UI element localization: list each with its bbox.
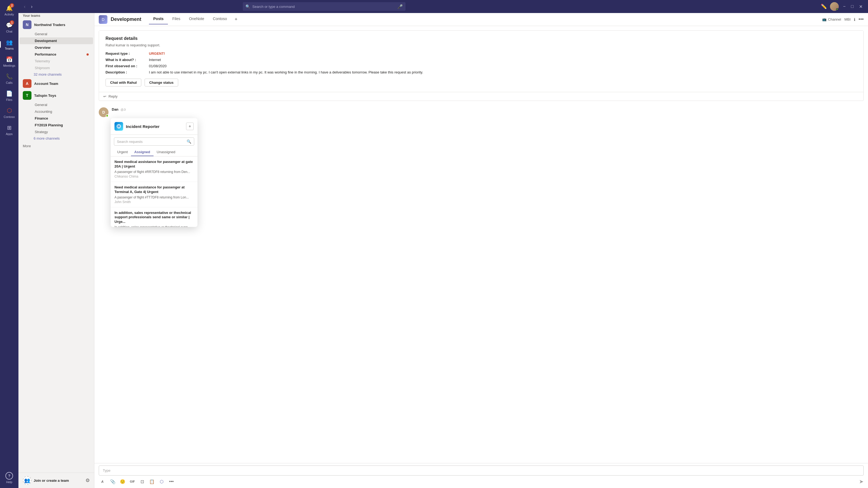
msg-sender: Dan (112, 107, 119, 111)
popup-close-button[interactable]: + (186, 123, 194, 130)
more-channels-northwind[interactable]: 32 more channels (19, 71, 94, 77)
message-row: D Dan @Ji (99, 105, 864, 119)
back-button[interactable]: ‹ (23, 3, 27, 10)
search-bar[interactable]: 🔍 🎤 (243, 2, 405, 11)
user-avatar[interactable] (830, 2, 839, 11)
app-bar-activity[interactable]: 🔔 2 Activity (0, 2, 19, 18)
field-value-type: URGENT! (149, 52, 165, 56)
change-status-button[interactable]: Change status (145, 78, 178, 87)
close-button[interactable]: ✕ (858, 3, 864, 10)
app-bar-calls[interactable]: 📞 Calls (0, 70, 19, 87)
sticker-tool[interactable]: ⊡ (138, 477, 147, 486)
svg-text:IR: IR (118, 125, 120, 128)
northwind-icon: N (23, 20, 31, 29)
reply-label: Reply (108, 94, 118, 98)
compose-input[interactable]: Type (99, 465, 864, 476)
more-label[interactable]: More (23, 144, 31, 148)
extension-tool[interactable]: ⬡ (157, 477, 166, 486)
popup-search-input[interactable] (117, 140, 184, 144)
channel-shiproom[interactable]: Shiproom (20, 65, 93, 71)
list-item[interactable]: Need medical assistance for passenger at… (111, 182, 197, 207)
files-icon: 📄 (5, 90, 13, 97)
tailspin-icon: T (23, 91, 31, 100)
chat-icon: 💬 1 (5, 22, 13, 29)
channel-fy2019[interactable]: FY2019 Planning (20, 122, 93, 129)
add-tab-button[interactable]: + (231, 14, 241, 24)
chat-label: Chat (6, 30, 12, 33)
avatar-online-dot (106, 115, 108, 117)
teams-label: Teams (5, 47, 13, 50)
topbar: ‹ › 🔍 🎤 ✏️ − □ ✕ (19, 0, 868, 13)
message-body: Dan @Ji (112, 107, 864, 112)
settings-icon[interactable]: ⚙ (86, 478, 90, 483)
join-team-button[interactable]: 👥 Join or create a team (23, 476, 69, 485)
app-bar-apps[interactable]: ⊞ Apps (0, 122, 19, 138)
tab-onenote[interactable]: OneNote (185, 14, 209, 24)
list-item[interactable]: Need medical assistance for passenger at… (111, 156, 197, 182)
channel-header-right: 📺 Channel MBI ℹ ••• (822, 17, 864, 22)
posts-area[interactable]: Request details Rahul kumar is requestin… (94, 26, 868, 463)
popup-tab-unassigned[interactable]: Unassigned (154, 148, 179, 156)
incident-popup-card: IR Incident Reporter + 🔍 Urgent Assigned… (111, 118, 197, 227)
app-bar-chat[interactable]: 💬 1 Chat (0, 19, 19, 35)
team-account-team[interactable]: A Account Team ••• (20, 77, 93, 90)
popup-tab-urgent[interactable]: Urgent (114, 148, 131, 156)
mbi-button[interactable]: MBI (844, 18, 850, 22)
restore-button[interactable]: □ (850, 3, 855, 10)
channel-telemetry[interactable]: Telemetry (20, 58, 93, 65)
compose-button[interactable]: ✏️ (821, 3, 827, 9)
more-channels-tailspin[interactable]: 6 more channels (19, 135, 94, 141)
channel-label: Channel (828, 18, 841, 22)
app-bar-help[interactable]: ? Help (5, 470, 13, 486)
contoso-label: Contoso (4, 115, 15, 119)
forward-button[interactable]: › (30, 3, 34, 10)
field-label-date: First observed on : (105, 64, 149, 68)
tab-contoso[interactable]: Contoso (209, 14, 231, 24)
performance-notification (87, 54, 89, 56)
channel-strategy[interactable]: Strategy (20, 129, 93, 135)
app-bar-contoso[interactable]: ⬡ Contoso (0, 105, 19, 121)
field-description: Description : I am not able to use inter… (105, 70, 857, 74)
attach-tool[interactable]: 📎 (108, 477, 117, 486)
teams-icon: 👥 (5, 38, 13, 46)
meeting-notes-tool[interactable]: 📋 (148, 477, 156, 486)
field-value-date: 01/08/2020 (149, 64, 166, 68)
account-team-name: Account Team (34, 82, 85, 86)
channel-finance[interactable]: Finance (20, 115, 93, 122)
app-bar-teams[interactable]: 👥 Teams (0, 36, 19, 52)
app-bar-meetings[interactable]: 📅 Meetings (0, 54, 19, 69)
chat-with-rahul-button[interactable]: Chat with Rahul (105, 78, 141, 87)
more-options-icon[interactable]: ••• (859, 17, 864, 22)
team-northwind[interactable]: N Northwind Traders ••• (20, 19, 93, 31)
search-input[interactable] (252, 5, 395, 9)
channel-general[interactable]: General (20, 31, 93, 37)
format-tool[interactable]: A (99, 477, 107, 486)
app-bar-files[interactable]: 📄 Files (0, 88, 19, 104)
help-label: Help (6, 480, 12, 484)
emoji-tool[interactable]: 🙂 (118, 477, 127, 486)
popup-search[interactable]: 🔍 (114, 137, 194, 145)
gif-tool[interactable]: GIF (128, 477, 137, 486)
channel-name: Development (111, 17, 141, 22)
reply-button[interactable]: ↩ Reply (99, 92, 863, 101)
channel-development[interactable]: Development (20, 37, 93, 44)
minimize-button[interactable]: − (842, 3, 846, 10)
list-item[interactable]: In addition, sales representative or the… (111, 207, 197, 227)
apps-icon: ⊞ (5, 124, 13, 131)
tab-posts[interactable]: Posts (149, 14, 168, 24)
channel-overview[interactable]: Overview (20, 44, 93, 51)
send-button[interactable]: ➤ (859, 478, 864, 485)
info-icon[interactable]: ℹ (854, 18, 855, 22)
card-subtitle: Rahul kumar is requesting support. (105, 43, 857, 47)
more-tools[interactable]: ••• (167, 477, 176, 486)
team-tailspin[interactable]: T Tailspin Toys ••• (20, 90, 93, 101)
app-bar: 🔔 2 Activity 💬 1 Chat 👥 Teams 📅 Meetings… (0, 0, 19, 488)
channel-tailspin-general[interactable]: General (20, 101, 93, 108)
popup-tab-assigned[interactable]: Assigned (131, 148, 154, 156)
tab-files[interactable]: Files (168, 14, 185, 24)
channel-performance[interactable]: Performance (20, 51, 86, 58)
channel-accounting[interactable]: Accounting (20, 108, 93, 115)
join-team-icon: 👥 (23, 476, 31, 485)
channel-view-button[interactable]: 📺 Channel (822, 18, 841, 22)
mic-icon[interactable]: 🎤 (397, 4, 403, 9)
